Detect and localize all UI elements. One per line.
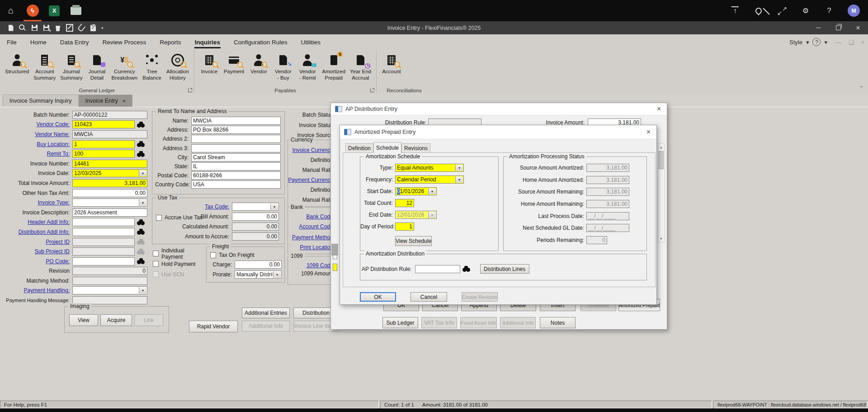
attachment-icon[interactable] xyxy=(78,24,85,32)
payment-method-label[interactable]: Payment Method: xyxy=(292,234,335,241)
group-launcher-icon[interactable] xyxy=(370,88,374,92)
chevron-down-icon[interactable]: ▼ xyxy=(139,199,146,206)
tab-invoice-summary-inquiry[interactable]: Invoice Summary Inquiry xyxy=(3,95,79,107)
remit-city-field[interactable]: Carol Stream xyxy=(191,153,281,161)
binoculars-lookup-icon[interactable] xyxy=(462,266,470,272)
remit-country-field[interactable]: USA xyxy=(191,180,281,189)
buy-location-label[interactable]: Buy Location: xyxy=(4,141,70,147)
ribbon-year-end-accrual[interactable]: ◷Year EndAccrual xyxy=(348,52,373,81)
menu-reports[interactable]: Reports xyxy=(153,34,188,50)
accrue-use-tax-checkbox[interactable]: Accrue Use Tax xyxy=(156,214,203,221)
start-date-field[interactable]: 01/01/2026▼ xyxy=(395,187,437,195)
account-code-label[interactable]: Account Code: xyxy=(299,223,335,230)
help-caret-icon[interactable]: ▾ xyxy=(824,39,827,46)
menu-data-entry[interactable]: Data Entry xyxy=(53,34,96,50)
remit-to-field[interactable]: 100 xyxy=(72,150,135,158)
remit-state-field[interactable]: IL xyxy=(191,162,281,170)
ribbon-journal-summary[interactable]: JournalSummary xyxy=(58,52,85,81)
upload-icon[interactable]: ↑ xyxy=(730,6,740,16)
payment-handling-label[interactable]: Payment Handling: xyxy=(4,287,70,294)
ribbon-structured[interactable]: Structured xyxy=(3,52,31,76)
remit-address2-field[interactable] xyxy=(191,135,281,143)
payment-handling-field[interactable]: ▼ xyxy=(72,286,147,294)
po-code-field[interactable] xyxy=(72,257,135,265)
view-button[interactable]: View xyxy=(69,314,98,326)
menu-configuration-rules[interactable]: Configuration Rules xyxy=(227,34,294,50)
tab-revisions[interactable]: Revisions xyxy=(401,143,430,153)
vendor-code-label[interactable]: Vendor Code: xyxy=(4,121,70,128)
ap-notes-button[interactable]: Notes xyxy=(540,317,576,328)
toolbar-dropdown-icon[interactable]: ▾ xyxy=(101,26,104,30)
distribution-addl-info-field[interactable] xyxy=(72,228,135,236)
save-icon[interactable] xyxy=(31,24,38,32)
style-caret-icon[interactable]: ▾ xyxy=(806,39,809,46)
ribbon-collapse-icon[interactable]: ˆ xyxy=(860,85,863,93)
ribbon-amortized-prepaid[interactable]: $AmortizedPrepaid xyxy=(320,52,348,81)
sub-project-id-label[interactable]: Sub Project ID xyxy=(4,248,70,255)
taskbar-home-button[interactable]: ⌂ xyxy=(0,0,22,21)
menu-review-process[interactable]: Review Process xyxy=(96,34,153,50)
chevron-down-icon[interactable]: ▼ xyxy=(455,165,463,171)
binoculars-lookup-icon[interactable] xyxy=(137,122,145,128)
remit-postal-field[interactable]: 60188-8266 xyxy=(191,171,281,180)
search-icon[interactable] xyxy=(19,24,26,32)
invoice-description-field[interactable]: 2026 Assessment xyxy=(72,208,147,217)
ribbon-journal-detail[interactable]: JournalDetail xyxy=(85,52,109,81)
avatar[interactable]: M xyxy=(848,5,860,17)
save-as-icon[interactable]: ✎ xyxy=(42,24,50,32)
invoice-currency-label[interactable]: Invoice Currency: xyxy=(292,147,335,153)
project-id-label[interactable]: Project ID xyxy=(4,239,70,245)
group-launcher-icon[interactable] xyxy=(188,88,192,92)
close-dialog-icon[interactable]: × xyxy=(645,128,652,136)
binoculars-lookup-icon[interactable] xyxy=(137,141,145,147)
ribbon-allocation-history[interactable]: AllocationHistory xyxy=(164,52,191,81)
ribbon-invoice[interactable]: Invoice xyxy=(197,52,222,76)
scroll-up-icon[interactable]: ▲ xyxy=(659,144,664,150)
chevron-down-icon[interactable]: ▼ xyxy=(270,204,278,210)
chevron-down-icon[interactable]: ▼ xyxy=(273,271,281,278)
scroll-down-icon[interactable]: ▼ xyxy=(659,235,664,242)
buy-location-field[interactable]: 1 xyxy=(72,140,135,148)
close-dialog-icon[interactable]: × xyxy=(655,105,663,113)
menu-utilities[interactable]: Utilities xyxy=(294,34,327,50)
restore-button[interactable] xyxy=(828,21,848,34)
prorate-field[interactable]: Manually Distribute F▼ xyxy=(235,270,282,279)
ribbon-vendor-buy[interactable]: ↘Vendor- Buy xyxy=(271,52,295,81)
po-code-label[interactable]: PO Code: xyxy=(4,258,70,265)
acquire-button[interactable]: Acquire xyxy=(100,314,132,326)
menu-inquiries[interactable]: Inquiries xyxy=(188,34,227,50)
total-count-field[interactable]: 12 xyxy=(395,199,414,207)
distribution-addl-info-label[interactable]: Distribution Addl Info: xyxy=(4,229,70,235)
other-non-tax-field[interactable]: 0.00 xyxy=(72,189,147,197)
help-icon[interactable]: ? xyxy=(824,6,834,16)
checkbox-icon[interactable] xyxy=(153,251,159,256)
theme-help-icon[interactable]: ? xyxy=(812,38,821,46)
total-invoice-amount-field[interactable]: 3,181.00 xyxy=(72,179,147,187)
chevron-down-icon[interactable]: ▼ xyxy=(428,188,436,194)
binoculars-lookup-icon[interactable] xyxy=(137,229,145,235)
new-document-icon[interactable] xyxy=(7,24,14,32)
tax-code-label[interactable]: Tax Code: xyxy=(152,204,229,210)
remit-address-field[interactable]: PO Box 88266 xyxy=(191,126,281,134)
unpin-icon[interactable] xyxy=(754,6,764,16)
ribbon-currency-breakdown[interactable]: ¥$CurrencyBreakdown xyxy=(109,52,140,81)
menu-file[interactable]: File xyxy=(0,34,24,50)
rapid-vendor-button[interactable]: Rapid Vendor xyxy=(189,321,238,332)
binoculars-lookup-icon[interactable] xyxy=(137,258,145,264)
remit-name-field[interactable]: MWCIA xyxy=(191,117,281,125)
remit-to-label[interactable]: Remit To: xyxy=(4,151,70,157)
print-location-label[interactable]: Print Location: xyxy=(300,244,335,251)
prepaid-ok-button[interactable]: OK xyxy=(360,292,396,302)
taskbar-printer-app[interactable] xyxy=(65,0,87,21)
ribbon-account-summary[interactable]: AccountSummary xyxy=(31,52,58,81)
style-menu[interactable]: Style xyxy=(789,39,802,46)
scrollbar-thumb[interactable] xyxy=(659,151,664,169)
type-field[interactable]: Equal Amounts▼ xyxy=(395,164,464,172)
binoculars-lookup-icon[interactable] xyxy=(137,219,145,225)
ap-sub-ledger-button[interactable]: Sub Ledger xyxy=(382,317,418,328)
frequency-field[interactable]: Calendar Period▼ xyxy=(395,175,464,184)
invoice-number-field[interactable]: 14461 xyxy=(72,160,147,168)
distribution-lines-button[interactable]: Distribution Lines xyxy=(480,264,529,274)
checkbox-icon[interactable] xyxy=(210,252,216,258)
close-button[interactable]: × xyxy=(848,21,868,34)
